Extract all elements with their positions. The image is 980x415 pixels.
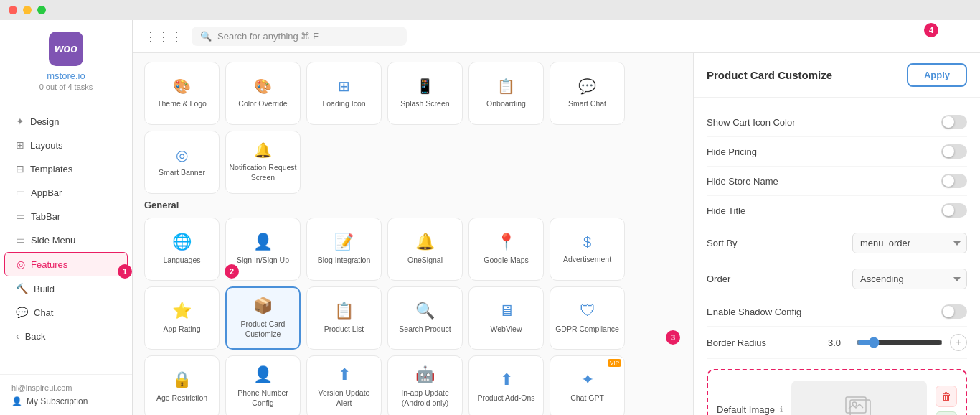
hide-title-toggle[interactable]	[941, 203, 967, 218]
shadow-config-toggle[interactable]	[941, 304, 967, 319]
search-placeholder: Search for anything ⌘ F	[217, 31, 319, 42]
loading-icon-label: Loading Icon	[322, 99, 365, 109]
no-product-image-icon	[844, 394, 873, 416]
splash-screen-icon: 📱	[416, 78, 434, 95]
splash-screen-label: Splash Screen	[400, 99, 449, 109]
grid-item-advertisement[interactable]: $ Advertisement	[550, 218, 625, 281]
grid-item-product-list[interactable]: 📋 Product List	[306, 286, 382, 350]
edit-image-button[interactable]: ✏	[936, 411, 957, 415]
store-name[interactable]: mstore.io	[47, 70, 85, 81]
border-radius-controls: 3.0 +	[828, 334, 967, 351]
notification-label: Notification Request Screen	[229, 163, 297, 182]
color-override-icon: 🎨	[254, 78, 272, 95]
grid-item-theme-logo[interactable]: 🎨 Theme & Logo	[144, 62, 220, 125]
product-list-icon: 📋	[334, 302, 354, 320]
sidebar-item-templates[interactable]: ⊟ Templates	[4, 157, 128, 180]
close-btn[interactable]	[9, 6, 17, 14]
grid-item-app-rating[interactable]: ⭐ App Rating	[144, 286, 220, 350]
search-bar[interactable]: 🔍 Search for anything ⌘ F	[192, 27, 407, 46]
webview-label: WebView	[491, 325, 522, 335]
sidebar-item-appbar[interactable]: ▭ AppBar	[4, 181, 128, 204]
grid-item-phone-number[interactable]: 👤 Phone Number Config	[225, 355, 301, 415]
grid-item-onboarding[interactable]: 📋 Onboarding	[468, 62, 544, 125]
sidemenu-icon: ▭	[16, 234, 25, 246]
featured-row: 🎨 Theme & Logo 🎨 Color Override ⊞ Loadin…	[144, 62, 682, 125]
grid-item-webview[interactable]: 🖥 WebView	[468, 286, 544, 350]
sidebar-item-sidemenu[interactable]: ▭ Side Menu	[4, 228, 128, 251]
sidebar-label-build: Build	[34, 284, 55, 294]
maximize-btn[interactable]	[37, 6, 46, 14]
gdpr-label: GDPR Compliance	[555, 325, 619, 335]
apply-button[interactable]: Apply	[907, 63, 967, 87]
sidebar-item-layouts[interactable]: ⊞ Layouts	[4, 134, 128, 157]
back-icon: ‹	[16, 330, 19, 342]
grid-item-smart-chat[interactable]: 💬 Smart Chat	[550, 62, 625, 125]
delete-image-button[interactable]: 🗑	[936, 386, 957, 407]
panel-header: Product Card Customize Apply	[694, 53, 980, 98]
grid-item-age-restriction[interactable]: 🔒 Age Restriction	[144, 355, 220, 415]
grid-item-onesignal[interactable]: 🔔 OneSignal	[387, 218, 463, 281]
sidebar-label-tabbar: TabBar	[31, 211, 60, 222]
border-radius-plus[interactable]: +	[950, 334, 967, 351]
subscription-link[interactable]: 👤 My Subscription	[11, 396, 121, 406]
setting-hide-title: Hide Title	[707, 196, 967, 225]
order-select[interactable]: Ascending Descending	[852, 269, 967, 289]
product-addons-icon: ⬆	[500, 370, 513, 389]
sidebar-logo-section: woo mstore.io 0 out of 4 tasks	[0, 20, 132, 103]
sidebar-item-tabbar[interactable]: ▭ TabBar	[4, 205, 128, 228]
setting-hide-pricing: Hide Pricing	[707, 137, 967, 167]
grid-item-gdpr[interactable]: 🛡 GDPR Compliance	[550, 286, 625, 350]
grid-item-splash-screen[interactable]: 📱 Splash Screen	[387, 62, 463, 125]
onesignal-label: OneSignal	[407, 256, 443, 266]
app-rating-label: App Rating	[164, 325, 201, 335]
grid-item-color-override[interactable]: 🎨 Color Override	[225, 62, 301, 125]
sidebar-item-build[interactable]: 🔨 Build	[4, 277, 128, 300]
grid-item-languages[interactable]: 🌐 Languages	[144, 218, 220, 281]
hide-store-name-toggle[interactable]	[941, 174, 967, 188]
signin-icon: 👤	[253, 233, 273, 251]
sidebar-item-chat[interactable]: 💬 Chat	[4, 301, 128, 324]
sidebar-nav: ✦ Design ⊞ Layouts ⊟ Templates ▭ AppBar …	[0, 103, 132, 374]
languages-label: Languages	[164, 256, 201, 266]
hide-pricing-label: Hide Pricing	[707, 146, 757, 157]
border-radius-slider[interactable]	[857, 337, 943, 348]
grid-item-notification[interactable]: 🔔 Notification Request Screen	[225, 131, 301, 194]
smart-chat-icon: 💬	[578, 78, 596, 95]
grid-item-chat-gpt[interactable]: VIP ✦ Chat GPT	[550, 355, 625, 415]
sidebar-item-back[interactable]: ‹ Back	[4, 325, 128, 348]
grid-item-product-card[interactable]: 📦 Product Card Customize	[225, 286, 301, 350]
sort-by-select[interactable]: menu_order date price title	[852, 233, 967, 253]
sidebar-label-chat: Chat	[34, 307, 53, 318]
step-badge-2: 2	[225, 264, 239, 279]
default-image-label: Default Image ℹ	[717, 404, 783, 415]
main-content: ⋮⋮⋮ 🔍 Search for anything ⌘ F 🎨 Theme & …	[133, 0, 980, 415]
sidebar-item-design[interactable]: ✦ Design	[4, 110, 128, 133]
subscription-label: My Subscription	[27, 396, 88, 406]
minimize-btn[interactable]	[23, 6, 32, 14]
border-radius-label: Border Radius	[707, 337, 766, 348]
grid-item-product-addons[interactable]: ⬆ Product Add-Ons	[468, 355, 544, 415]
sidebar-label-sidemenu: Side Menu	[31, 235, 75, 246]
sidebar: woo mstore.io 0 out of 4 tasks ✦ Design …	[0, 0, 133, 415]
grid-item-loading-icon[interactable]: ⊞ Loading Icon	[306, 62, 382, 125]
topbar: ⋮⋮⋮ 🔍 Search for anything ⌘ F	[133, 20, 980, 53]
onesignal-icon: 🔔	[415, 233, 435, 251]
grid-item-inapp-update[interactable]: 🤖 In-app Update (Android only)	[387, 355, 463, 415]
grid-menu-icon[interactable]: ⋮⋮⋮	[144, 29, 183, 45]
product-list-label: Product List	[324, 325, 364, 335]
grid-item-version-update[interactable]: ⬆ Version Update Alert	[306, 355, 382, 415]
diamond-icon: ✦	[16, 116, 24, 127]
signin-label: Sign In/Sign Up	[237, 256, 289, 266]
sidebar-item-features[interactable]: ◎ Features	[4, 252, 128, 276]
grid-item-google-maps[interactable]: 📍 Google Maps	[468, 218, 544, 281]
grid-item-blog[interactable]: 📝 Blog Integration	[306, 218, 382, 281]
task-count: 0 out of 4 tasks	[39, 83, 93, 91]
show-cart-icon-toggle[interactable]	[941, 115, 967, 129]
hide-pricing-toggle[interactable]	[941, 144, 967, 159]
sidebar-label-templates: Templates	[30, 164, 72, 174]
general-row-3: 🔒 Age Restriction 👤 Phone Number Config …	[144, 355, 682, 415]
grid-item-search-product[interactable]: 🔍 Search Product	[387, 286, 463, 350]
template-icon: ⊟	[16, 163, 24, 174]
grid-item-smart-banner[interactable]: ◎ Smart Banner	[144, 131, 220, 194]
order-label: Order	[707, 274, 730, 284]
